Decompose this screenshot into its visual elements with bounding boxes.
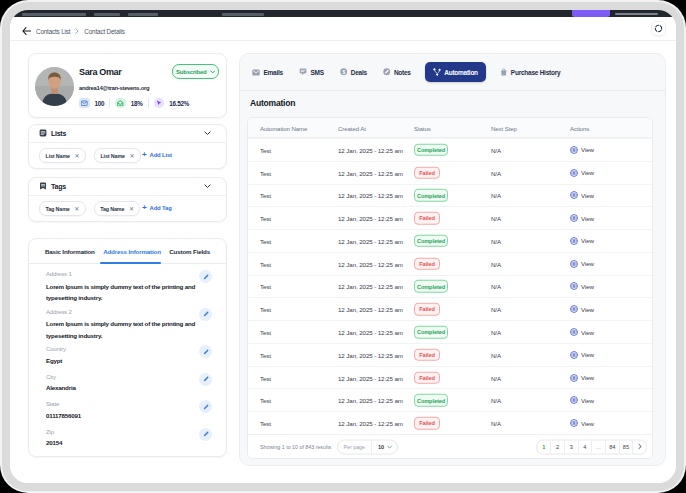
refresh-button[interactable] bbox=[651, 21, 666, 36]
page-button[interactable]: 4 bbox=[578, 440, 592, 453]
click-rate-icon bbox=[154, 98, 165, 109]
info-field: Address 1 Lorem Ipsum is simply dummy te… bbox=[46, 271, 212, 304]
breadcrumb-separator-icon bbox=[75, 28, 79, 34]
tab-sms[interactable]: SMS bbox=[297, 68, 326, 76]
remove-chip-icon[interactable]: ✕ bbox=[129, 153, 134, 159]
add-list-button[interactable]: + Add List bbox=[142, 152, 172, 159]
edit-field-button[interactable] bbox=[199, 270, 212, 283]
edit-field-button[interactable] bbox=[199, 345, 212, 358]
pencil-icon bbox=[203, 404, 209, 410]
tab-address-information[interactable]: Address Information bbox=[103, 248, 161, 255]
cell-created-at: 12 Jan, 2025 - 12:25 am bbox=[338, 215, 403, 222]
field-value: Lorem Ipsum is simply dummy text of the … bbox=[46, 281, 204, 304]
active-tab-underline bbox=[100, 262, 161, 265]
view-button[interactable]: View bbox=[570, 419, 594, 427]
table-row: Test 12 Jan, 2025 - 12:25 am Completed N… bbox=[248, 229, 652, 252]
page-button[interactable]: ... bbox=[591, 440, 605, 453]
device-frame: Contacts List Contact Details bbox=[0, 0, 686, 493]
tab-automation[interactable]: Automation bbox=[425, 62, 486, 82]
edit-field-button[interactable] bbox=[199, 308, 212, 321]
column-automation-name: Automation Name bbox=[260, 124, 307, 131]
lists-header[interactable]: Lists bbox=[29, 125, 226, 143]
view-button[interactable]: View bbox=[570, 305, 594, 313]
edit-field-button[interactable] bbox=[199, 400, 212, 413]
view-button[interactable]: View bbox=[570, 374, 594, 382]
cell-next-step: N/A bbox=[491, 237, 501, 244]
remove-chip-icon[interactable]: ✕ bbox=[129, 206, 134, 212]
tab-emails[interactable]: Emails bbox=[250, 69, 285, 76]
cell-next-step: N/A bbox=[491, 374, 501, 381]
view-label: View bbox=[581, 260, 594, 267]
view-button[interactable]: View bbox=[570, 351, 594, 359]
cell-created-at: 12 Jan, 2025 - 12:25 am bbox=[338, 329, 403, 336]
per-page-select[interactable]: Per page 10 bbox=[337, 439, 399, 454]
status-badge: Failed bbox=[414, 349, 440, 362]
page-button[interactable]: 3 bbox=[564, 440, 578, 453]
info-field: Country Egypt bbox=[46, 346, 212, 366]
deals-icon: $ bbox=[340, 68, 348, 76]
navbar-menu-smudge bbox=[222, 13, 264, 15]
table-row: Test 12 Jan, 2025 - 12:25 am Failed N/A … bbox=[248, 161, 652, 184]
tab-notes[interactable]: Notes bbox=[381, 68, 413, 76]
cell-automation-name: Test bbox=[260, 374, 271, 381]
navbar-upgrade-button[interactable] bbox=[572, 10, 610, 17]
tags-header[interactable]: Tags bbox=[29, 178, 226, 196]
page-button[interactable]: 2 bbox=[550, 440, 564, 453]
back-arrow-icon[interactable] bbox=[22, 27, 31, 35]
view-label: View bbox=[581, 397, 594, 404]
tag-chip[interactable]: Tag Name ✕ bbox=[39, 201, 86, 216]
view-button[interactable]: View bbox=[570, 146, 594, 154]
add-tag-button[interactable]: + Add Tag bbox=[142, 205, 172, 212]
tab-purchase-history[interactable]: Purchase History bbox=[498, 68, 562, 76]
page-button[interactable]: 84 bbox=[605, 440, 619, 453]
view-button[interactable]: View bbox=[570, 191, 594, 199]
sent-count: 100 bbox=[95, 100, 105, 107]
lists-title: Lists bbox=[51, 130, 200, 137]
table-row: Test 12 Jan, 2025 - 12:25 am Completed N… bbox=[248, 320, 652, 343]
edit-field-button[interactable] bbox=[199, 428, 212, 441]
info-field: Zip 20154 bbox=[46, 429, 212, 449]
navbar-menu-smudge bbox=[94, 13, 120, 15]
list-chip-label: List Name bbox=[100, 153, 124, 159]
tab-purchase-history-label: Purchase History bbox=[511, 69, 560, 76]
eye-icon bbox=[570, 396, 578, 404]
tab-basic-information[interactable]: Basic Information bbox=[45, 248, 95, 255]
cell-automation-name: Test bbox=[260, 351, 271, 358]
list-chip[interactable]: List Name ✕ bbox=[39, 148, 86, 163]
view-button[interactable]: View bbox=[570, 169, 594, 177]
field-label: Zip bbox=[46, 429, 212, 435]
next-page-button[interactable] bbox=[632, 440, 646, 453]
view-button[interactable]: View bbox=[570, 396, 594, 404]
tab-deals[interactable]: $ Deals bbox=[338, 68, 369, 76]
tab-custom-fields[interactable]: Custom Fields bbox=[169, 248, 210, 255]
view-button[interactable]: View bbox=[570, 328, 594, 336]
remove-chip-icon[interactable]: ✕ bbox=[74, 153, 79, 159]
list-icon bbox=[39, 129, 47, 137]
eye-icon bbox=[570, 305, 578, 313]
tag-chip[interactable]: Tag Name ✕ bbox=[94, 201, 141, 216]
table-row: Test 12 Jan, 2025 - 12:25 am Completed N… bbox=[248, 184, 652, 207]
page-button[interactable]: 85 bbox=[619, 440, 633, 453]
subscription-status-dropdown[interactable]: Subscribed bbox=[172, 64, 219, 79]
open-rate: 18% bbox=[131, 100, 143, 107]
eye-icon bbox=[570, 146, 578, 154]
view-button[interactable]: View bbox=[570, 260, 594, 268]
edit-field-button[interactable] bbox=[199, 373, 212, 386]
view-button[interactable]: View bbox=[570, 237, 594, 245]
view-label: View bbox=[581, 215, 594, 222]
status-badge: Completed bbox=[414, 326, 448, 339]
cell-next-step: N/A bbox=[491, 146, 501, 153]
list-chip[interactable]: List Name ✕ bbox=[94, 148, 141, 163]
remove-chip-icon[interactable]: ✕ bbox=[74, 206, 79, 212]
table-row: Test 12 Jan, 2025 - 12:25 am Failed N/A … bbox=[248, 366, 652, 389]
eye-icon bbox=[570, 214, 578, 222]
view-button[interactable]: View bbox=[570, 282, 594, 290]
cell-next-step: N/A bbox=[491, 329, 501, 336]
eye-icon bbox=[570, 282, 578, 290]
breadcrumb-contacts-list[interactable]: Contacts List bbox=[36, 28, 70, 35]
cell-created-at: 12 Jan, 2025 - 12:25 am bbox=[338, 260, 403, 267]
page-button[interactable]: 1 bbox=[537, 440, 551, 453]
svg-text:$: $ bbox=[342, 69, 345, 75]
view-button[interactable]: View bbox=[570, 214, 594, 222]
status-badge: Failed bbox=[414, 417, 440, 430]
